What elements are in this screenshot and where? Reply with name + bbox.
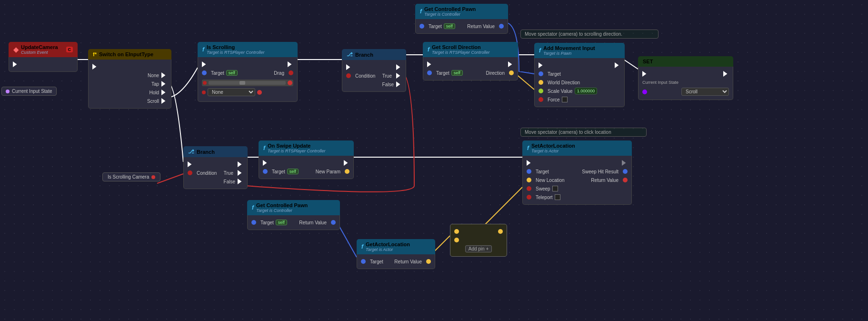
sal-exec-out[interactable]: [622, 160, 628, 166]
branch1-true-pin[interactable]: [396, 73, 402, 79]
exec-out-pin[interactable]: [13, 61, 19, 67]
sal-exec-in[interactable]: [527, 160, 532, 166]
branch2-node: ⎇ Branch Condition True False: [183, 146, 248, 189]
set-exec-in[interactable]: [642, 71, 648, 77]
sal-teleport-pin[interactable]: [527, 195, 531, 200]
gsd-exec-out[interactable]: [508, 61, 514, 67]
ami-worlddir-pin[interactable]: [539, 80, 543, 85]
gcp1-header: f Get Controlled Pawn Target is Controll…: [415, 4, 508, 19]
switch-hold-pin[interactable]: [161, 90, 167, 95]
is-scrolling-title: Is Scrolling: [207, 44, 265, 50]
branch1-exec-out[interactable]: [396, 64, 402, 70]
addpin-out[interactable]: [498, 229, 503, 234]
osu-target-row: Target self New Param: [259, 167, 353, 176]
branch1-cond-row: Condition True: [342, 71, 406, 80]
gsd-target-pin[interactable]: [427, 70, 432, 75]
branch2-false-pin[interactable]: [238, 179, 243, 184]
on-swipe-update-node: f On Swipe Update Target is RTSPlayer Co…: [259, 140, 354, 179]
branch1-cond-pin[interactable]: [346, 73, 351, 78]
gsd-direction-pin[interactable]: [509, 70, 514, 75]
sal-sweep-pin[interactable]: [527, 186, 531, 191]
ami-force-pin[interactable]: [539, 97, 543, 102]
is-scrolling-exec-out[interactable]: [288, 61, 293, 67]
ami-target-pin[interactable]: [539, 71, 543, 76]
gal-target-pin[interactable]: [361, 259, 366, 264]
gsd-title: Get Scroll Direction: [432, 44, 490, 50]
add-pin-button[interactable]: Add pin +: [465, 245, 492, 252]
func-icon: f: [202, 46, 204, 53]
ami-exec-out[interactable]: [615, 62, 620, 68]
branch2-cond-pin[interactable]: [188, 171, 192, 175]
is-scrolling-subtitle: Target is RTSPlayer Controller: [207, 50, 265, 55]
branch2-exec-out[interactable]: [238, 161, 243, 167]
branch2-true-pin[interactable]: [238, 170, 243, 176]
gsd-header: f Get Scroll Direction Target is RTSPlay…: [423, 42, 518, 57]
slider-bool-pin: [203, 81, 207, 85]
branch1-false-pin[interactable]: [396, 81, 402, 87]
gcp1-return-pin[interactable]: [499, 24, 504, 29]
addpin-in2[interactable]: [454, 238, 459, 242]
comment-scrolling: Move spectator (camera) to scrolling dir…: [520, 30, 658, 39]
sal-sweep-checkbox[interactable]: [552, 186, 558, 191]
switch-none-pin[interactable]: [161, 72, 167, 78]
gsd-exec-in[interactable]: [427, 61, 433, 67]
gcp2-return-pin[interactable]: [331, 220, 336, 225]
ami-exec-in[interactable]: [539, 62, 544, 68]
osu-exec-in[interactable]: [263, 160, 269, 166]
branch2-exec-in[interactable]: [188, 161, 193, 167]
branch2-header: ⎇ Branch: [183, 146, 248, 157]
sal-title: SetActorLocation: [531, 143, 575, 149]
sal-newloc-pin[interactable]: [527, 178, 531, 182]
switch-tap-pin[interactable]: [161, 81, 167, 87]
is-scrolling-slider-area: None: [198, 77, 297, 99]
set-label-row: Current Input State: [639, 78, 733, 87]
ami-scale-pin[interactable]: [539, 89, 543, 93]
sal-teleport-row: Teleport: [523, 193, 631, 201]
branch1-node: ⎇ Branch Condition True False: [342, 49, 406, 92]
switch-scroll-pin[interactable]: [161, 98, 167, 104]
is-scrolling-exec-in[interactable]: [202, 61, 208, 67]
comment-click-location: Move spectator (camera) to click locatio…: [520, 128, 647, 137]
sal-teleport-checkbox[interactable]: [555, 194, 560, 200]
sal-return-pin[interactable]: [623, 178, 628, 182]
slider-thumb[interactable]: [239, 81, 245, 85]
branch1-exec-in[interactable]: [346, 64, 352, 70]
is-scrolling-drag-pin[interactable]: [289, 70, 293, 75]
osu-subtitle: Target is RTSPlayer Controller: [268, 149, 326, 153]
osu-exec-out[interactable]: [344, 160, 349, 166]
sal-subtitle: Target is Actor: [531, 149, 575, 153]
ami-subtitle: Target is Pawn: [543, 51, 595, 56]
update-camera-body: [9, 57, 78, 72]
is-scrolling-camera-node: Is Scrolling Camera: [102, 172, 160, 181]
set-input-pin[interactable]: [642, 90, 647, 94]
gal-title: GetActorLocation: [366, 241, 410, 247]
is-scrolling-target-pin[interactable]: [202, 70, 207, 75]
none-dropdown[interactable]: None: [208, 88, 255, 96]
set-scroll-dropdown[interactable]: Scroll: [681, 88, 729, 96]
gal-return-pin[interactable]: [426, 259, 431, 264]
ami-force-checkbox[interactable]: [562, 97, 568, 102]
gcp2-title: Get Controlled Pawn: [256, 202, 308, 208]
osu-newparam-pin[interactable]: [345, 169, 349, 174]
branch1-header: ⎇ Branch: [342, 49, 406, 60]
gcp1-target-pin[interactable]: [419, 24, 424, 29]
set-exec-out[interactable]: [723, 71, 729, 77]
set-header: SET: [638, 56, 733, 67]
gsd-body: Target self Direction: [423, 57, 518, 80]
addpin-in1[interactable]: [454, 229, 459, 234]
custom-event-badge: C: [66, 47, 73, 52]
switch-scroll-row: Scroll: [89, 97, 171, 105]
isc-pin: [151, 175, 155, 179]
update-camera-exec-row: [9, 60, 77, 69]
branch2-icon: ⎇: [188, 149, 194, 155]
event-icon: ◆: [13, 46, 19, 53]
switch-exec-in[interactable]: [92, 64, 98, 70]
sal-sweep-result-pin[interactable]: [623, 169, 628, 174]
set-title: SET: [643, 59, 653, 64]
gcp2-target-pin[interactable]: [251, 220, 256, 225]
comment-scrolling-text: Move spectator (camera) to scrolling dir…: [525, 31, 622, 37]
osu-exec-row: [259, 159, 353, 167]
osu-target-pin[interactable]: [263, 169, 268, 174]
switch-tap-row: Tap: [89, 80, 171, 88]
sal-target-pin[interactable]: [527, 169, 531, 174]
